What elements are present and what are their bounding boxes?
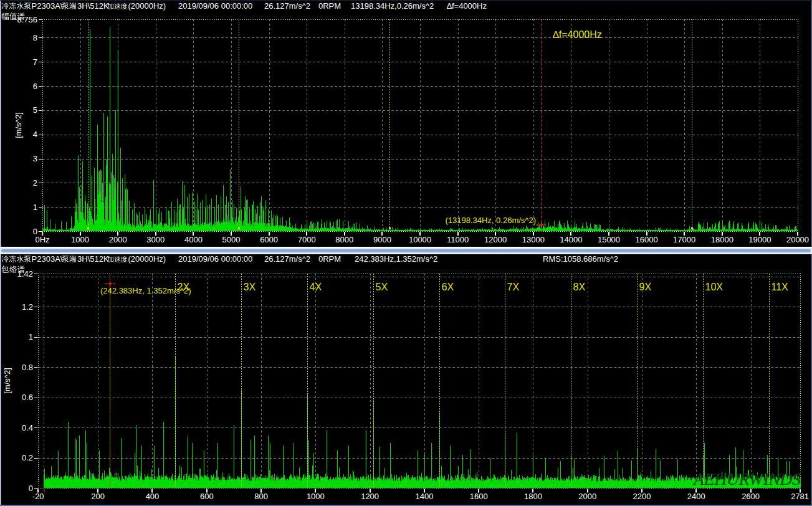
svg-text:P2303A\: P2303A\ (32, 254, 63, 264)
svg-text:10000: 10000 (409, 235, 431, 244)
svg-text:9000: 9000 (373, 235, 391, 244)
svg-text:9X: 9X (639, 282, 652, 292)
svg-text:-20: -20 (32, 492, 44, 501)
svg-text:2200: 2200 (633, 492, 651, 501)
svg-text:8: 8 (33, 33, 37, 42)
svg-text:7X: 7X (507, 282, 520, 292)
svg-text:400: 400 (146, 492, 160, 501)
svg-text:19000: 19000 (748, 235, 771, 244)
svg-text:2400: 2400 (687, 492, 705, 501)
svg-text:3X: 3X (244, 282, 256, 292)
svg-text:0Hz: 0Hz (35, 235, 49, 244)
svg-text:0.6: 0.6 (22, 393, 33, 402)
svg-text:P2303A\: P2303A\ (32, 1, 63, 11)
svg-text:(242.383Hz, 1.352m/s^2): (242.383Hz, 1.352m/s^2) (100, 286, 191, 295)
svg-text:7: 7 (33, 57, 37, 67)
svg-text:26.127m/s^2: 26.127m/s^2 (264, 254, 310, 264)
svg-text:6X: 6X (442, 282, 454, 292)
svg-text:6000: 6000 (260, 235, 278, 244)
svg-text:4: 4 (33, 130, 37, 139)
svg-text:1200: 1200 (361, 492, 379, 501)
svg-text:2: 2 (33, 178, 37, 188)
svg-text:1000: 1000 (71, 235, 89, 244)
svg-text:5: 5 (33, 105, 37, 115)
svg-text:1: 1 (33, 203, 37, 212)
svg-text:0.4: 0.4 (22, 423, 33, 432)
svg-text:15000: 15000 (598, 235, 620, 244)
svg-text:4000: 4000 (184, 235, 203, 244)
svg-text:1: 1 (29, 332, 33, 341)
svg-text:(20000Hz): (20000Hz) (128, 1, 166, 11)
svg-text:5000: 5000 (222, 235, 241, 244)
svg-text:1400: 1400 (415, 492, 433, 501)
svg-text:3H\512K: 3H\512K (77, 254, 109, 264)
svg-text:0RPM: 0RPM (318, 254, 341, 264)
svg-text:13198.34Hz,0.26m/s^2: 13198.34Hz,0.26m/s^2 (351, 1, 434, 11)
svg-text:242.383Hz,1.352m/s^2: 242.383Hz,1.352m/s^2 (355, 254, 437, 264)
svg-text:12000: 12000 (484, 235, 507, 244)
svg-text:1.42: 1.42 (17, 269, 33, 279)
svg-text:1000: 1000 (307, 492, 325, 501)
svg-text:(13198.34Hz, 0.26m/s^2): (13198.34Hz, 0.26m/s^2) (445, 216, 536, 225)
svg-text:26.127m/s^2: 26.127m/s^2 (264, 1, 310, 11)
svg-text:8X: 8X (573, 282, 586, 292)
svg-text:∆f=4000Hz: ∆f=4000Hz (553, 29, 602, 40)
svg-text:3H\512K: 3H\512K (77, 1, 109, 11)
svg-text:2600: 2600 (742, 492, 760, 501)
svg-text:600: 600 (200, 492, 214, 501)
svg-text:5X: 5X (376, 282, 388, 292)
svg-text:4X: 4X (310, 282, 322, 292)
svg-text:0RPM: 0RPM (318, 1, 341, 11)
svg-text:(20000Hz): (20000Hz) (128, 254, 166, 264)
svg-text:18000: 18000 (711, 235, 733, 244)
svg-text:17000: 17000 (673, 235, 695, 244)
svg-text:2019/09/06 00:00:00: 2019/09/06 00:00:00 (178, 254, 252, 264)
svg-text:11000: 11000 (447, 235, 469, 244)
svg-text:10X: 10X (705, 282, 724, 292)
svg-text:6: 6 (33, 82, 37, 91)
svg-text:2019/09/06 00:00:00: 2019/09/06 00:00:00 (178, 1, 252, 11)
svg-text:16000: 16000 (636, 235, 658, 244)
svg-text:1600: 1600 (470, 492, 488, 501)
svg-text:11X: 11X (771, 282, 789, 292)
svg-text:0.8: 0.8 (22, 363, 33, 372)
svg-text:[m/s^2]: [m/s^2] (2, 368, 12, 394)
svg-text:2000: 2000 (109, 235, 127, 244)
svg-text:2000: 2000 (578, 492, 596, 501)
svg-text:RMS:1058.686m/s^2: RMS:1058.686m/s^2 (543, 254, 618, 264)
svg-text:1800: 1800 (524, 492, 542, 501)
svg-text:3000: 3000 (146, 235, 165, 244)
svg-text:13000: 13000 (522, 235, 545, 244)
svg-text:AEHURWINDS: AEHURWINDS (692, 469, 801, 489)
svg-text:0.2: 0.2 (22, 453, 33, 462)
svg-text:20000: 20000 (786, 235, 809, 244)
svg-text:1.2: 1.2 (22, 302, 33, 312)
svg-text:∆f=4000Hz: ∆f=4000Hz (447, 1, 487, 11)
svg-text:14000: 14000 (560, 235, 582, 244)
svg-text:8000: 8000 (335, 235, 353, 244)
svg-text:800: 800 (254, 492, 268, 501)
svg-text:3: 3 (33, 154, 37, 163)
svg-text:200: 200 (91, 492, 105, 501)
svg-text:2781: 2781 (791, 492, 809, 501)
svg-text:7000: 7000 (298, 235, 316, 244)
svg-text:[m/s^2]: [m/s^2] (14, 112, 23, 138)
